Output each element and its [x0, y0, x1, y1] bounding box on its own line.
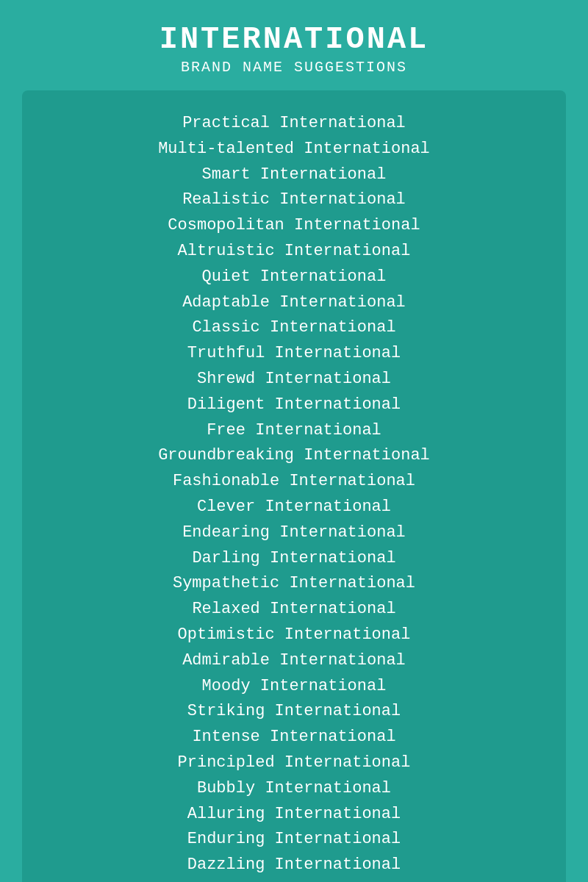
brand-list-item: Free International	[207, 420, 381, 442]
brand-list-item: Admirable International	[182, 650, 406, 673]
brand-list-item: Altruistic International	[178, 240, 411, 263]
brand-list-item: Striking International	[187, 700, 401, 723]
brand-list-item: Diligent International	[187, 394, 401, 417]
brand-list-box: Practical InternationalMulti-talented In…	[22, 90, 566, 882]
brand-list-item: Truthful International	[187, 343, 401, 365]
brand-list-item: Moody International	[202, 675, 387, 698]
brand-list: Practical InternationalMulti-talented In…	[37, 112, 551, 882]
brand-list-item: Optimistic International	[178, 624, 411, 647]
brand-list-item: Endearing International	[182, 522, 406, 545]
brand-list-item: Cosmopolitan International	[168, 215, 420, 237]
brand-list-item: Bubbly International	[197, 778, 391, 800]
brand-list-item: Smart International	[202, 164, 387, 187]
brand-list-item: Intense International	[192, 726, 395, 749]
page-wrapper: INTERNATIONAL BRAND NAME SUGGESTIONS Pra…	[0, 0, 588, 882]
brand-list-item: Relaxed International	[192, 598, 395, 621]
brand-list-item: Groundbreaking International	[158, 445, 430, 467]
brand-list-item: Adaptable International	[182, 292, 406, 315]
brand-list-item: Principled International	[178, 752, 411, 775]
brand-list-item: Classic International	[192, 317, 395, 340]
brand-list-item: Sympathetic International	[173, 573, 415, 595]
brand-list-item: Quiet International	[202, 266, 387, 289]
main-title: INTERNATIONAL	[159, 22, 429, 57]
subtitle: BRAND NAME SUGGESTIONS	[159, 59, 429, 76]
brand-list-item: Clever International	[197, 496, 391, 519]
brand-list-item: Enduring International	[187, 828, 401, 851]
brand-list-item: Realistic International	[182, 189, 406, 212]
brand-list-item: Alluring International	[187, 803, 401, 826]
brand-list-item: Shrewd International	[197, 368, 391, 391]
brand-list-item: Fashionable International	[173, 470, 415, 493]
brand-list-item: Darling International	[192, 548, 395, 570]
brand-list-item: Dazzling International	[187, 854, 401, 877]
brand-list-item: Practical International	[182, 112, 406, 135]
brand-list-item: Multi-talented International	[158, 138, 430, 161]
header-section: INTERNATIONAL BRAND NAME SUGGESTIONS	[159, 22, 429, 76]
